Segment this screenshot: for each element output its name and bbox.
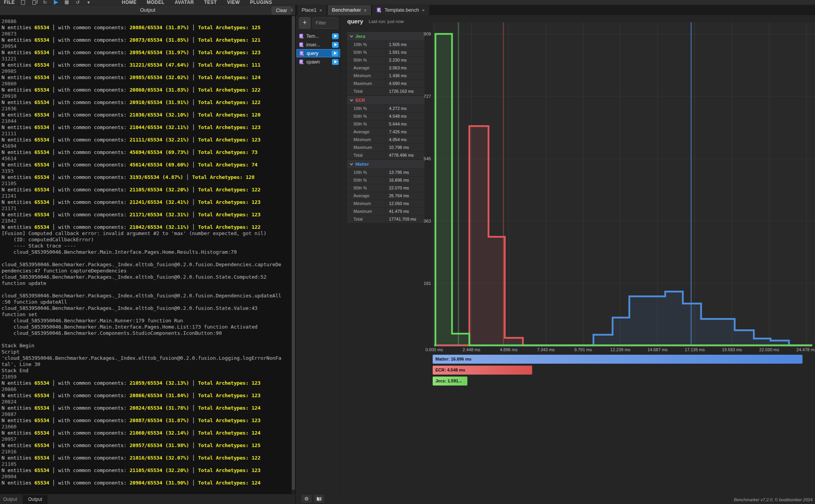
redo-icon[interactable]: ↻ <box>42 0 48 5</box>
stat-row-label: Total <box>347 216 385 223</box>
run-benchmark-button[interactable] <box>332 42 339 48</box>
stat-row-value: 3.063 ms <box>386 64 424 72</box>
console-line: N entities 65534 │ with common component… <box>2 393 291 399</box>
tab-place1[interactable]: Place1× <box>297 5 327 15</box>
filter-input[interactable] <box>313 17 338 29</box>
stat-group-name: Jecs <box>355 34 366 39</box>
stat-row-value: 10.798 ms <box>386 144 424 151</box>
console-line: N entities 65534 │ with common component… <box>2 62 291 68</box>
run-benchmark-button[interactable] <box>332 33 339 39</box>
stop-icon[interactable] <box>64 0 69 5</box>
console-line: 20904 <box>2 474 291 480</box>
benchmark-item-spawn[interactable]: spawn <box>297 58 340 66</box>
console-line: 21060 <box>2 424 291 430</box>
console-line: N entities 65534 │ with common component… <box>2 99 291 106</box>
benchmark-list-panel: + Tem...inser...queryspawn <box>297 15 341 492</box>
console-line: cloud_5853950046.Benchmarker.Packages._I… <box>2 293 291 299</box>
benchmark-item-label: spawn <box>306 59 320 65</box>
console-line: pendencies:47 function captureDependenci… <box>2 268 291 274</box>
scrollbar-thumb[interactable] <box>292 16 295 490</box>
tab-template-bench[interactable]: Template.bench× <box>372 5 429 15</box>
stat-group-name: ECR <box>355 98 365 103</box>
output-panel-title: Output <box>0 5 295 15</box>
add-benchmark-button[interactable]: + <box>299 17 311 29</box>
tab-label: Benchmarker <box>332 7 361 13</box>
benchmark-item-inser[interactable]: inser... <box>297 41 340 49</box>
console-line: 20910 <box>2 93 291 99</box>
benchmark-item-query[interactable]: query <box>297 49 340 57</box>
tab-label: Template.bench <box>385 7 419 13</box>
stat-row-label: Average <box>347 64 385 72</box>
console-line: N entities 65534 │ with common component… <box>2 87 291 93</box>
stat-row-label: 10th % <box>347 169 385 176</box>
stats-panel: Jecs10th %1.505 ms50th %1.591 ms90th %2.… <box>347 31 424 223</box>
menu-view[interactable]: VIEW <box>227 0 240 5</box>
chevron-down-icon <box>350 162 353 165</box>
output-console: 20886N entities 65534 │ with common comp… <box>0 15 291 494</box>
stat-row-value: 4.548 ms <box>386 113 424 120</box>
stat-group-header-jecs[interactable]: Jecs <box>347 32 424 41</box>
output-scrollbar[interactable] <box>291 15 295 494</box>
console-line: 20985 <box>2 68 291 74</box>
menu-test[interactable]: TEST <box>204 0 217 5</box>
console-line: N entities 65534 │ with common component… <box>2 74 291 81</box>
benchmark-item-tem[interactable]: Tem... <box>297 32 340 40</box>
stat-row-value: 5.644 ms <box>386 120 424 128</box>
copy-icon[interactable] <box>31 0 37 5</box>
clear-button[interactable]: Clear <box>272 7 291 14</box>
close-icon[interactable]: × <box>422 7 425 13</box>
close-icon[interactable]: × <box>319 7 322 13</box>
benchmark-last-run: Last run: just now <box>369 19 404 24</box>
undo-icon[interactable]: ↺ <box>75 0 80 5</box>
console-line: N entities 65534 │ with common component… <box>2 174 291 180</box>
console-line: cloud_5853950046.Benchmarker.Main.Interf… <box>2 249 291 255</box>
run-benchmark-button[interactable] <box>332 59 339 65</box>
x-axis-label: 9.791 ms <box>574 347 592 352</box>
console-line: function update <box>2 280 291 286</box>
menu-home[interactable]: HOME <box>122 0 137 5</box>
chart-legend: Matter: 16.896 msECR: 4.548 msJecs: 1.59… <box>433 355 803 387</box>
output-panel-header: Output × <box>0 5 295 15</box>
stat-group-header-matter[interactable]: Matter <box>347 160 424 168</box>
play-icon <box>334 43 337 46</box>
stat-group-header-ecr[interactable]: ECR <box>347 96 424 104</box>
stat-row-label: Maximum <box>347 80 385 87</box>
stat-row-value: 4778.496 ms <box>386 152 424 159</box>
docs-button[interactable] <box>314 495 324 503</box>
menu-model[interactable]: MODEL <box>147 0 165 5</box>
menu-avatar[interactable]: AVATAR <box>175 0 194 5</box>
console-line: N entities 65534 │ with common component… <box>2 187 291 193</box>
x-axis-label: 14.687 ms <box>648 347 668 352</box>
x-axis-label: 19.583 ms <box>722 347 742 352</box>
caret-down-icon[interactable]: ▾ <box>86 0 91 5</box>
play-icon[interactable] <box>53 0 59 5</box>
console-line: N entities 65534 │ with common component… <box>2 480 291 486</box>
paste-icon[interactable] <box>20 0 26 5</box>
stat-row-value: 22.070 ms <box>386 184 424 192</box>
console-line: 20873 <box>2 31 291 37</box>
stat-row-value: 7.426 ms <box>386 128 424 136</box>
stat-row-value: 17741.709 ms <box>386 216 424 223</box>
output-bottom-tab[interactable]: Output <box>23 495 48 504</box>
console-line: 21111 <box>2 131 291 137</box>
x-axis-label: 17.135 ms <box>685 347 705 352</box>
menu-file[interactable]: FILE <box>4 0 15 5</box>
stat-row-label: 90th % <box>347 120 385 128</box>
menu-plugins[interactable]: PLUGINS <box>250 0 272 5</box>
stat-row-label: Total <box>347 152 385 159</box>
close-icon[interactable]: × <box>364 7 367 13</box>
console-line: N entities 65534 │ with common component… <box>2 124 291 131</box>
tab-benchmarker[interactable]: Benchmarker× <box>328 5 371 15</box>
console-line: N entities 65534 │ with common component… <box>2 212 291 218</box>
console-line: N entities 65534 │ with common component… <box>2 405 291 411</box>
stat-row-value: 26.764 ms <box>386 192 424 200</box>
console-line: N entities 65534 │ with common component… <box>2 224 291 230</box>
script-icon <box>299 59 304 65</box>
legend-bar-jecs: Jecs: 1.591... <box>433 377 467 386</box>
console-line: Stack Begin <box>2 343 291 349</box>
settings-button[interactable]: ⚙ <box>301 495 312 503</box>
stat-row-label: Total <box>347 88 385 95</box>
y-axis-label: 909 <box>424 32 431 36</box>
run-benchmark-button[interactable] <box>332 50 338 56</box>
benchmark-item-label: query <box>307 51 318 56</box>
